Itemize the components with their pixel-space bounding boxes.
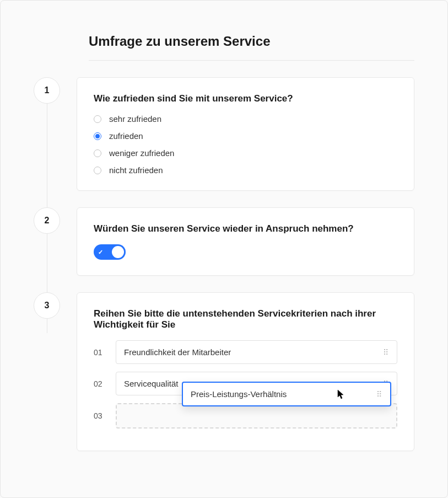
ranking-number: 03 [94,411,107,420]
ranking-item-label: Freundlichkeit der Mitarbeiter [124,347,231,357]
radio-icon [94,132,101,140]
step-3: 3 Reihen Sie bitte die untenstehenden Se… [34,292,414,451]
question-text-1: Wie zufrieden sind Sie mit unserem Servi… [94,93,397,104]
ranking-row-3: 03 [94,403,397,429]
question-text-3: Reihen Sie bitte die untenstehenden Serv… [94,308,397,330]
drag-handle-icon[interactable]: ⠿ [383,348,389,357]
step-1: 1 Wie zufrieden sind Sie mit unserem Ser… [34,77,414,191]
radio-option-weniger-zufrieden[interactable]: weniger zufrieden [94,148,397,158]
radio-label: zufrieden [109,131,143,141]
radio-icon [94,167,101,174]
check-icon: ✓ [98,249,103,256]
cursor-icon [337,389,345,399]
ranking-item-dragging[interactable]: Preis-Leistungs-Verhältnis ⠿ [182,382,391,406]
radio-option-nicht-zufrieden[interactable]: nicht zufrieden [94,165,397,175]
step-marker-2: 2 [34,207,60,234]
question-text-2: Würden Sie unseren Service wieder in Ans… [94,223,397,234]
ranking-item-label: Preis-Leistungs-Verhältnis [191,389,287,399]
ranking-number: 01 [94,348,107,357]
step-marker-1: 1 [34,77,60,104]
ranking-row-2: 02 Servicequalität ⠿ Preis-Leistungs-Ver… [94,372,397,395]
drag-handle-icon[interactable]: ⠿ [376,390,382,399]
radio-group-satisfaction: sehr zufrieden zufrieden weniger zufried… [94,114,397,175]
radio-icon [94,149,101,157]
ranking-item-label: Servicequalität [124,379,178,388]
toggle-knob [112,246,124,258]
ranking-item-freundlichkeit[interactable]: Freundlichkeit der Mitarbeiter ⠿ [116,340,397,364]
survey-steps: 1 Wie zufrieden sind Sie mit unserem Ser… [34,77,414,451]
radio-option-sehr-zufrieden[interactable]: sehr zufrieden [94,114,397,124]
radio-option-zufrieden[interactable]: zufrieden [94,131,397,141]
question-card-3: Reihen Sie bitte die untenstehenden Serv… [77,292,414,451]
question-card-2: Würden Sie unseren Service wieder in Ans… [77,207,414,276]
radio-label: weniger zufrieden [109,148,174,158]
radio-label: nicht zufrieden [109,165,163,175]
ranking-placeholder[interactable] [116,403,397,429]
ranking-row-1: 01 Freundlichkeit der Mitarbeiter ⠿ [94,340,397,364]
question-card-1: Wie zufrieden sind Sie mit unserem Servi… [77,77,414,191]
radio-label: sehr zufrieden [109,114,161,124]
step-marker-3: 3 [34,292,60,319]
survey-title: Umfrage zu unserem Service [89,34,414,61]
ranking-number: 02 [94,379,107,388]
toggle-repeat-service[interactable]: ✓ [94,244,126,260]
radio-icon [94,115,101,123]
ranking-list: 01 Freundlichkeit der Mitarbeiter ⠿ 02 S… [94,340,397,429]
step-2: 2 Würden Sie unseren Service wieder in A… [34,207,414,276]
